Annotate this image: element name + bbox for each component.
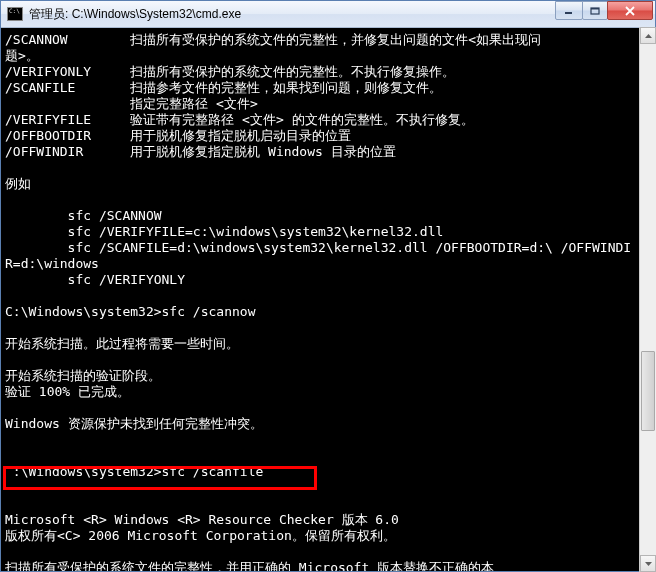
terminal-line: 开始系统扫描的验证阶段。	[5, 368, 651, 384]
terminal-line: 开始系统扫描。此过程将需要一些时间。	[5, 336, 651, 352]
terminal-line	[5, 544, 651, 560]
terminal-line	[5, 448, 651, 464]
svg-rect-0	[565, 12, 572, 14]
cmd-window: 管理员: C:\Windows\System32\cmd.exe /SCANNO…	[0, 0, 656, 572]
terminal-line: /VERIFYONLY 扫描所有受保护的系统文件的完整性。不执行修复操作。	[5, 64, 651, 80]
terminal-line: 例如	[5, 176, 651, 192]
svg-rect-2	[591, 8, 599, 10]
maximize-icon	[590, 7, 600, 15]
terminal-line	[5, 496, 651, 512]
terminal-line: 扫描所有受保护的系统文件的完整性，并用正确的 Microsoft 版本替换不正确…	[5, 560, 651, 571]
terminal-line: /SCANNOW 扫描所有受保护的系统文件的完整性，并修复出问题的文件<如果出现…	[5, 32, 651, 64]
terminal-line: sfc /VERIFYFILE=c:\windows\system32\kern…	[5, 224, 651, 240]
terminal-output[interactable]: /SCANNOW 扫描所有受保护的系统文件的完整性，并修复出问题的文件<如果出现…	[1, 28, 655, 571]
terminal-line: /VERIFYFILE 验证带有完整路径 <文件> 的文件的完整性。不执行修复。	[5, 112, 651, 128]
terminal-line	[5, 352, 651, 368]
terminal-line: 指定完整路径 <文件>	[5, 96, 651, 112]
window-title: 管理员: C:\Windows\System32\cmd.exe	[29, 6, 556, 23]
scrollbar-track[interactable]	[640, 44, 656, 555]
terminal-line: sfc /SCANNOW	[5, 208, 651, 224]
scroll-up-button[interactable]	[640, 27, 656, 44]
terminal-line: Microsoft <R> Windows <R> Resource Check…	[5, 512, 651, 528]
chevron-down-icon	[645, 562, 652, 566]
terminal-line: 验证 100% 已完成。	[5, 384, 651, 400]
cmd-icon	[7, 7, 23, 21]
terminal-line	[5, 480, 651, 496]
maximize-button[interactable]	[582, 1, 608, 20]
terminal-line	[5, 432, 651, 448]
terminal-line	[5, 400, 651, 416]
minimize-icon	[564, 7, 574, 15]
terminal-line	[5, 320, 651, 336]
vertical-scrollbar[interactable]	[639, 27, 656, 572]
scroll-down-button[interactable]	[640, 555, 656, 572]
minimize-button[interactable]	[555, 1, 583, 20]
terminal-line: R=d:\windows	[5, 256, 651, 272]
terminal-line: :\Windows\system32>sfc /scanfile	[5, 464, 651, 480]
terminal-line: sfc /VERIFYONLY	[5, 272, 651, 288]
terminal-line: /SCANFILE 扫描参考文件的完整性，如果找到问题，则修复文件。	[5, 80, 651, 96]
terminal-line: C:\Windows\system32>sfc /scannow	[5, 304, 651, 320]
titlebar[interactable]: 管理员: C:\Windows\System32\cmd.exe	[1, 1, 655, 28]
terminal-line: 版权所有<C> 2006 Microsoft Corporation。保留所有权…	[5, 528, 651, 544]
close-icon	[624, 6, 636, 16]
window-controls	[556, 1, 653, 21]
terminal-line: /OFFWINDIR 用于脱机修复指定脱机 Windows 目录的位置	[5, 144, 651, 160]
terminal-line: sfc /SCANFILE=d:\windows\system32\kernel…	[5, 240, 651, 256]
chevron-up-icon	[645, 34, 652, 38]
terminal-line	[5, 288, 651, 304]
close-button[interactable]	[607, 1, 653, 20]
terminal-line: Windows 资源保护未找到任何完整性冲突。	[5, 416, 651, 432]
scrollbar-thumb[interactable]	[641, 351, 655, 431]
terminal-line	[5, 192, 651, 208]
terminal-line	[5, 160, 651, 176]
terminal-line: /OFFBOOTDIR 用于脱机修复指定脱机启动目录的位置	[5, 128, 651, 144]
